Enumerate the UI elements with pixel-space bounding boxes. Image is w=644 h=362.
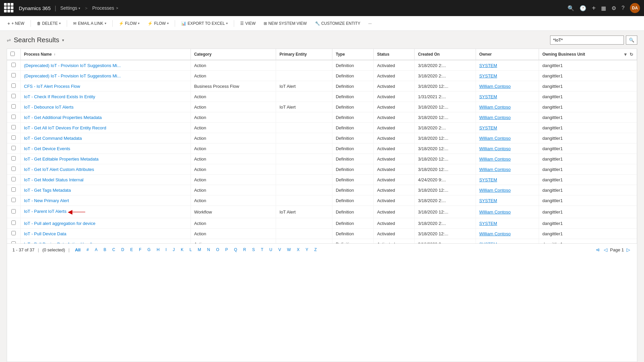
footer-letter-a[interactable]: A — [93, 247, 100, 253]
footer-letter-o[interactable]: O — [214, 247, 221, 253]
new-system-view-button[interactable]: ⊞ NEW SYSTEM VIEW — [260, 19, 310, 28]
owner-link[interactable]: SYSTEM — [479, 63, 497, 68]
settings-icon[interactable]: ⚙ — [611, 5, 616, 11]
process-name-link[interactable]: CFS - IoT Alert Process Flow — [24, 84, 80, 89]
footer-letter-q[interactable]: Q — [232, 247, 239, 253]
category-header[interactable]: Category — [191, 49, 276, 60]
flow2-button[interactable]: ⚡ FLOW ▾ — [144, 19, 172, 28]
select-all-header[interactable] — [7, 49, 20, 60]
footer-letter-j[interactable]: J — [171, 247, 177, 253]
table-row[interactable]: IoT - Get Device EventsActionDefinitionA… — [7, 143, 637, 154]
table-row[interactable]: IoT - Get Additional Properties Metadata… — [7, 112, 637, 123]
export-excel-button[interactable]: 📊 EXPORT TO EXCEL ▾ — [178, 19, 231, 28]
owner-link[interactable]: William Contoso — [479, 84, 511, 89]
row-checkbox[interactable] — [11, 135, 16, 140]
footer-letter-r[interactable]: R — [241, 247, 248, 253]
first-page-button[interactable]: ⊲ — [594, 246, 601, 253]
footer-letter-e[interactable]: E — [128, 247, 135, 253]
row-checkbox[interactable] — [11, 146, 16, 150]
process-name-link[interactable]: IoT - Get Command Metadata — [24, 136, 82, 141]
footer-letter-l[interactable]: L — [187, 247, 194, 253]
owner-link[interactable]: William Contoso — [479, 136, 511, 141]
owner-link[interactable]: SYSTEM — [479, 94, 497, 99]
flow1-button[interactable]: ⚡ FLOW ▾ — [115, 19, 143, 28]
next-page-button[interactable]: ▷ — [625, 246, 632, 253]
email-dropdown-arrow[interactable]: ▾ — [105, 21, 106, 25]
nav-settings[interactable]: Settings ▾ — [60, 5, 80, 11]
row-checkbox[interactable] — [11, 115, 16, 119]
process-name-link[interactable]: IoT - Get Model Status Internal — [24, 177, 84, 182]
footer-letter-v[interactable]: V — [276, 247, 283, 253]
select-all-checkbox[interactable] — [10, 52, 15, 56]
row-checkbox[interactable] — [11, 209, 16, 214]
title-dropdown-arrow[interactable]: ▾ — [62, 38, 64, 43]
table-row[interactable]: IoT - Check If Record Exists In EntityAc… — [7, 92, 637, 102]
primary-entity-header[interactable]: Primary Entity — [276, 49, 332, 60]
footer-letter-w[interactable]: W — [285, 247, 293, 253]
email-link-button[interactable]: ✉ EMAIL A LINK ▾ — [70, 19, 110, 28]
process-name-link[interactable]: IoT - Pull Device Data Action Handler — [24, 242, 96, 244]
table-row[interactable]: IoT - Get Command MetadataActionDefiniti… — [7, 133, 637, 143]
new-button[interactable]: + + NEW — [4, 19, 28, 28]
process-name-link[interactable]: IoT - Get All IoT Devices For Entity Rec… — [24, 125, 106, 130]
row-checkbox[interactable] — [11, 104, 16, 109]
column-filter-icon[interactable]: ▼ — [623, 52, 628, 57]
search-button[interactable]: 🔍 — [626, 36, 637, 45]
row-checkbox[interactable] — [11, 94, 16, 98]
footer-letter-t[interactable]: T — [259, 247, 265, 253]
table-row[interactable]: IoT - Debounce IoT AlertsActionIoT Alert… — [7, 102, 637, 112]
footer-letter-x[interactable]: X — [295, 247, 302, 253]
owner-link[interactable]: SYSTEM — [479, 221, 497, 226]
search-icon[interactable]: 🔍 — [568, 5, 574, 11]
table-row[interactable]: IoT - Get IoT Alert Custom AttributesAct… — [7, 164, 637, 175]
process-name-link[interactable]: IoT - Get IoT Alert Custom Attributes — [24, 167, 94, 172]
process-name-link[interactable]: IoT - Parent IoT Alerts — [24, 209, 67, 214]
footer-letter-g[interactable]: G — [146, 247, 153, 253]
process-name-link[interactable]: IoT - Get Device Events — [24, 146, 70, 151]
column-refresh-icon[interactable]: ↻ — [630, 52, 633, 57]
breadcrumb-processes[interactable]: Processes > — [92, 5, 118, 11]
table-row[interactable]: IoT - Get All IoT Devices For Entity Rec… — [7, 123, 637, 133]
search-input[interactable] — [550, 36, 624, 45]
footer-letter-z[interactable]: Z — [312, 247, 319, 253]
owner-link[interactable]: SYSTEM — [479, 242, 497, 244]
process-name-link[interactable]: IoT - Get Additional Properties Metadata — [24, 115, 102, 120]
table-row[interactable]: IoT - Get Tags MetadataActionDefinitionA… — [7, 185, 637, 195]
process-name-link[interactable]: (Deprecated) IoT - Provision IoT Suggest… — [24, 73, 121, 78]
flow2-dropdown-arrow[interactable]: ▾ — [167, 21, 169, 25]
footer-letter-b[interactable]: B — [102, 247, 108, 253]
owner-link[interactable]: William Contoso — [479, 188, 511, 193]
add-icon[interactable]: + — [592, 4, 596, 12]
help-icon[interactable]: ? — [622, 5, 625, 11]
table-row[interactable]: (Deprecated) IoT - Provision IoT Suggest… — [7, 60, 637, 71]
row-checkbox[interactable] — [11, 156, 16, 161]
row-checkbox[interactable] — [11, 125, 16, 129]
process-name-link[interactable]: (Deprecated) IoT - Provision IoT Suggest… — [24, 63, 121, 68]
footer-letter-y[interactable]: Y — [304, 247, 310, 253]
row-checkbox[interactable] — [11, 73, 16, 77]
table-row[interactable]: IoT - New Primary AlertActionDefinitionA… — [7, 195, 637, 206]
footer-letter-c[interactable]: C — [110, 247, 117, 253]
footer-letter-u[interactable]: U — [267, 247, 274, 253]
history-icon[interactable]: 🕐 — [580, 5, 586, 11]
owner-link[interactable]: William Contoso — [479, 105, 511, 110]
owner-link[interactable]: SYSTEM — [479, 177, 497, 182]
owner-link[interactable]: SYSTEM — [479, 73, 497, 78]
process-name-link[interactable]: IoT - Pull alert aggregation for device — [24, 221, 96, 226]
created-on-header[interactable]: Created On — [415, 49, 476, 60]
table-row[interactable]: IoT - Get Model Status InternalActionDef… — [7, 175, 637, 185]
owner-link[interactable]: William Contoso — [479, 167, 511, 172]
footer-letter-n[interactable]: N — [205, 247, 212, 253]
owner-link[interactable]: William Contoso — [479, 157, 511, 162]
prev-page-button[interactable]: ◁ — [602, 246, 609, 253]
table-row[interactable]: CFS - IoT Alert Process FlowBusiness Pro… — [7, 81, 637, 92]
process-name-link[interactable]: IoT - Get Editable Properties Metadata — [24, 157, 99, 162]
export-dropdown-arrow[interactable]: ▾ — [226, 21, 228, 25]
footer-letter-d[interactable]: D — [119, 247, 126, 253]
delete-dropdown-arrow[interactable]: ▾ — [59, 21, 61, 25]
view-button[interactable]: ☰ VIEW — [237, 19, 259, 28]
row-checkbox[interactable] — [11, 177, 16, 181]
footer-letter-m[interactable]: M — [196, 247, 203, 253]
row-checkbox[interactable] — [11, 221, 16, 225]
row-checkbox[interactable] — [11, 83, 16, 88]
